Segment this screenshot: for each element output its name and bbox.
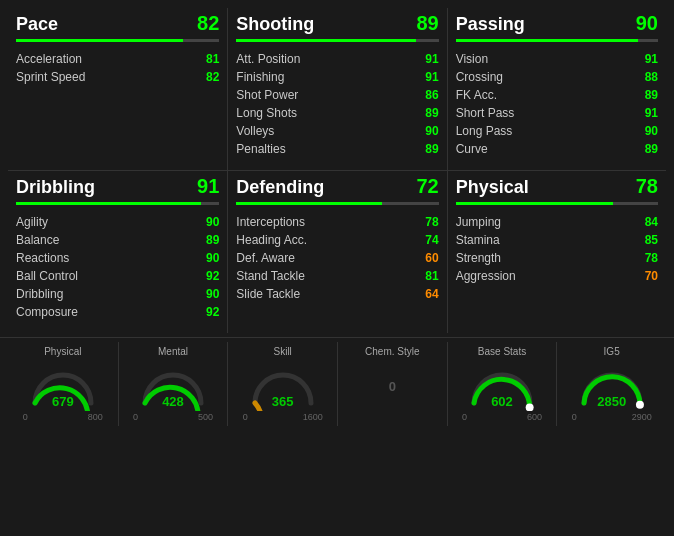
category-bar [16,39,219,42]
category-header: Physical 78 [456,175,658,198]
gauge-zero-value: 0 [389,361,396,411]
gauge-max: 2900 [632,412,652,422]
stat-name: Heading Acc. [236,233,307,247]
svg-point-4 [636,401,644,409]
stat-value: 89 [645,142,658,156]
stat-name: Reactions [16,251,69,265]
stat-value: 89 [206,233,219,247]
gauge-value: 602 [491,394,513,409]
stat-value: 91 [425,52,438,66]
stat-value: 90 [206,251,219,265]
gauge-wrapper: 602 [462,361,542,411]
category-name: Dribbling [16,177,95,198]
stat-value: 92 [206,269,219,283]
stat-row: Penalties 89 [236,140,438,158]
stat-row: Dribbling 90 [16,285,219,303]
category-header: Dribbling 91 [16,175,219,198]
category-value: 78 [636,175,658,198]
category-bar-fill [236,202,382,205]
gauge-value: 365 [272,394,294,409]
category-name: Passing [456,14,525,35]
stat-name: Ball Control [16,269,78,283]
stat-row: Strength 78 [456,249,658,267]
gauge-mental: Mental 428 0 500 [118,342,228,426]
stat-name: Def. Aware [236,251,294,265]
category-bar [236,39,438,42]
stat-row: Sprint Speed 82 [16,68,219,86]
stat-row: Att. Position 91 [236,50,438,68]
stat-name: Stand Tackle [236,269,305,283]
stat-value: 88 [645,70,658,84]
gauge-min: 0 [462,412,467,422]
gauge-label: Mental [158,346,188,357]
stat-value: 91 [425,70,438,84]
stat-row: Curve 89 [456,140,658,158]
gauge-min: 0 [23,412,28,422]
stat-row: Slide Tackle 64 [236,285,438,303]
category-name: Shooting [236,14,314,35]
stat-name: Short Pass [456,106,515,120]
stat-value: 92 [206,305,219,319]
stat-name: Sprint Speed [16,70,85,84]
stat-name: Jumping [456,215,501,229]
category-defending: Defending 72 Interceptions 78 Heading Ac… [227,170,446,333]
stat-value: 78 [425,215,438,229]
stat-name: FK Acc. [456,88,497,102]
category-bar [16,202,219,205]
gauge-max: 600 [527,412,542,422]
stat-value: 84 [645,215,658,229]
category-bar [456,39,658,42]
gauge-physical: Physical 679 0 800 [8,342,118,426]
gauge-chem--style: Chem. Style 0 [337,342,447,426]
stat-row: Balance 89 [16,231,219,249]
category-bar [236,202,438,205]
gauge-label: Chem. Style [365,346,419,357]
stat-row: Short Pass 91 [456,104,658,122]
category-bar-fill [16,202,201,205]
stat-name: Acceleration [16,52,82,66]
stat-value: 89 [645,88,658,102]
stat-row: Crossing 88 [456,68,658,86]
stat-value: 64 [425,287,438,301]
category-value: 90 [636,12,658,35]
stat-row: Ball Control 92 [16,267,219,285]
stat-value: 91 [645,106,658,120]
stat-row: Acceleration 81 [16,50,219,68]
gauge-min-max: 0 1600 [243,412,323,422]
gauge-min-max: 0 800 [23,412,103,422]
gauge-wrapper: 679 [23,361,103,411]
gauge-value: 428 [162,394,184,409]
stat-row: Def. Aware 60 [236,249,438,267]
gauge-min: 0 [243,412,248,422]
stat-row: Reactions 90 [16,249,219,267]
gauge-value: 679 [52,394,74,409]
stat-row: Stamina 85 [456,231,658,249]
stat-value: 91 [645,52,658,66]
gauge-max: 500 [198,412,213,422]
category-passing: Passing 90 Vision 91 Crossing 88 FK Acc. [447,8,666,170]
category-value: 91 [197,175,219,198]
stat-name: Slide Tackle [236,287,300,301]
stat-name: Balance [16,233,59,247]
stat-name: Volleys [236,124,274,138]
gauge-label: Base Stats [478,346,526,357]
stat-name: Long Shots [236,106,297,120]
stat-name: Finishing [236,70,284,84]
stat-name: Penalties [236,142,285,156]
category-value: 72 [416,175,438,198]
gauge-min: 0 [133,412,138,422]
category-bar-fill [16,39,183,42]
stat-value: 78 [645,251,658,265]
stat-row: Heading Acc. 74 [236,231,438,249]
category-pace: Pace 82 Acceleration 81 Sprint Speed 82 [8,8,227,170]
stat-name: Composure [16,305,78,319]
gauge-min-max: 0 500 [133,412,213,422]
stat-value: 90 [206,287,219,301]
category-header: Defending 72 [236,175,438,198]
stat-row: Finishing 91 [236,68,438,86]
category-bar-fill [236,39,416,42]
stat-value: 85 [645,233,658,247]
stat-value: 82 [206,70,219,84]
gauge-min-max: 0 600 [462,412,542,422]
gauge-wrapper: 365 [243,361,323,411]
